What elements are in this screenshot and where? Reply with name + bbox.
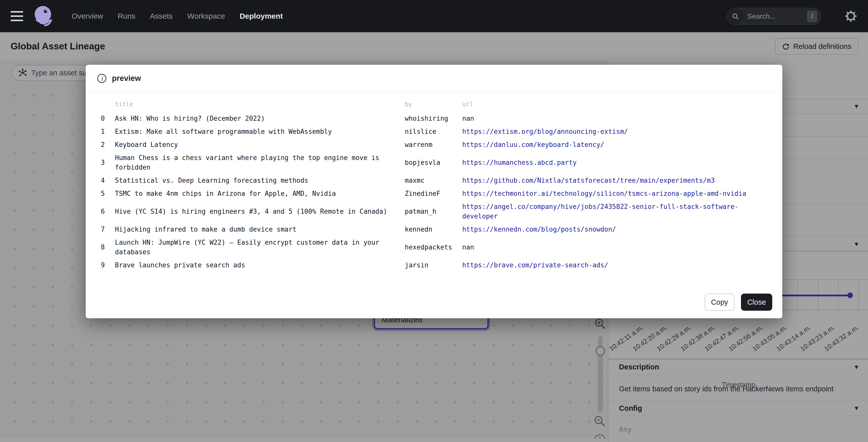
table-row: 6Hive (YC S14) is hiring engineers #3, 4… — [101, 200, 767, 223]
column-url: url — [462, 97, 767, 112]
url-link[interactable]: https://danluu.com/keyboard-latency/ — [462, 141, 604, 149]
cell-url: https://techmonitor.ai/technology/silico… — [462, 187, 767, 200]
table-row: 9Brave launches private search adsjarsin… — [101, 258, 767, 272]
search-input[interactable]: Search... / — [727, 8, 821, 25]
cell-by: whoishiring — [405, 112, 462, 125]
table-row: 2Keyboard Latencywarrenmhttps://danluu.c… — [101, 138, 767, 151]
nav-item-deployment[interactable]: Deployment — [240, 12, 283, 21]
cell-url: nan — [462, 112, 767, 125]
cell-index: 8 — [101, 236, 115, 258]
cell-index: 9 — [101, 258, 115, 272]
primary-nav: OverviewRunsAssetsWorkspaceDeployment — [71, 12, 283, 21]
cell-url: https://github.com/Nixtla/statsforecast/… — [462, 174, 767, 187]
preview-table: title by url 0Ask HN: Who is hiring? (De… — [101, 97, 767, 272]
gear-icon[interactable] — [845, 10, 857, 22]
dagster-logo[interactable] — [32, 4, 56, 28]
table-row: 0Ask HN: Who is hiring? (December 2022)w… — [101, 112, 767, 125]
cell-index: 2 — [101, 138, 115, 151]
nav-item-runs[interactable]: Runs — [118, 12, 135, 21]
top-nav: OverviewRunsAssetsWorkspaceDeployment Se… — [0, 0, 868, 32]
cell-title: Human Chess is a chess variant where pla… — [115, 151, 405, 174]
cell-title: Keyboard Latency — [115, 138, 405, 151]
cell-by: maxmc — [405, 174, 462, 187]
cell-by: hexedpackets — [405, 236, 462, 258]
cell-by: warrenm — [405, 138, 462, 151]
cell-index: 7 — [101, 223, 115, 236]
preview-dialog: i preview title by url 0Ask HN: Who is h… — [86, 65, 782, 318]
preview-dialog-title: preview — [112, 74, 141, 83]
nav-item-assets[interactable]: Assets — [150, 12, 173, 21]
cell-title: TSMC to make 4nm chips in Arizona for Ap… — [115, 187, 405, 200]
cell-by: nilslice — [405, 125, 462, 138]
cell-by: ZinedineF — [405, 187, 462, 200]
url-link[interactable]: https://humanchess.abcd.party — [462, 159, 577, 166]
table-row: 5TSMC to make 4nm chips in Arizona for A… — [101, 187, 767, 200]
copy-button[interactable]: Copy — [705, 293, 735, 311]
cell-title: Hive (YC S14) is hiring engineers #3, 4 … — [115, 200, 405, 223]
cell-url: https://brave.com/private-search-ads/ — [462, 258, 767, 272]
url-link[interactable]: https://kennedn.com/blog/posts/snowdon/ — [462, 225, 616, 233]
cell-title: Ask HN: Who is hiring? (December 2022) — [115, 112, 405, 125]
cell-url: nan — [462, 236, 767, 258]
table-row: 3Human Chess is a chess variant where pl… — [101, 151, 767, 174]
cell-by: kennedn — [405, 223, 462, 236]
table-row: 1Extism: Make all software programmable … — [101, 125, 767, 138]
cell-index: 3 — [101, 151, 115, 174]
url-link[interactable]: https://github.com/Nixtla/statsforecast/… — [462, 177, 715, 184]
cell-by: patman_h — [405, 200, 462, 223]
cell-url: https://danluu.com/keyboard-latency/ — [462, 138, 767, 151]
cell-by: jarsin — [405, 258, 462, 272]
preview-dialog-footer: Copy Close — [705, 293, 772, 311]
nav-item-overview[interactable]: Overview — [71, 12, 103, 21]
preview-table-header-row: title by url — [101, 97, 767, 112]
close-button[interactable]: Close — [741, 293, 772, 311]
preview-dialog-body: title by url 0Ask HN: Who is hiring? (De… — [86, 92, 782, 272]
cell-index: 4 — [101, 174, 115, 187]
cell-index: 6 — [101, 200, 115, 223]
url-link[interactable]: https://brave.com/private-search-ads/ — [462, 261, 608, 269]
search-placeholder: Search... — [747, 12, 807, 21]
column-title: title — [115, 97, 405, 112]
cell-title: Launch HN: JumpWire (YC W22) – Easily en… — [115, 236, 405, 258]
menu-icon[interactable] — [10, 11, 23, 21]
url-link[interactable]: https://angel.co/company/hive/jobs/24358… — [462, 203, 739, 220]
cell-title: Statistical vs. Deep Learning forecastin… — [115, 174, 405, 187]
cell-by: bopjesvla — [405, 151, 462, 174]
table-row: 8Launch HN: JumpWire (YC W22) – Easily e… — [101, 236, 767, 258]
cell-index: 5 — [101, 187, 115, 200]
url-link[interactable]: https://techmonitor.ai/technology/silico… — [462, 190, 746, 197]
cell-url: https://angel.co/company/hive/jobs/24358… — [462, 200, 767, 223]
cell-index: 0 — [101, 112, 115, 125]
column-index — [101, 97, 115, 112]
cell-url: https://extism.org/blog/announcing-extis… — [462, 125, 767, 138]
cell-url: https://kennedn.com/blog/posts/snowdon/ — [462, 223, 767, 236]
cell-title: Brave launches private search ads — [115, 258, 405, 272]
table-row: 7Hijacking infrared to make a dumb devic… — [101, 223, 767, 236]
dagster-octopus-icon — [32, 4, 56, 28]
column-by: by — [405, 97, 462, 112]
search-shortcut-badge: / — [807, 10, 817, 22]
cell-title: Extism: Make all software programmable w… — [115, 125, 405, 138]
cell-title: Hijacking infrared to make a dumb device… — [115, 223, 405, 236]
info-icon: i — [97, 74, 106, 83]
nav-item-workspace[interactable]: Workspace — [187, 12, 225, 21]
preview-dialog-header: i preview — [86, 65, 782, 92]
cell-url: https://humanchess.abcd.party — [462, 151, 767, 174]
search-icon — [727, 8, 744, 25]
cell-index: 1 — [101, 125, 115, 138]
table-row: 4Statistical vs. Deep Learning forecasti… — [101, 174, 767, 187]
url-link[interactable]: https://extism.org/blog/announcing-extis… — [462, 128, 628, 135]
